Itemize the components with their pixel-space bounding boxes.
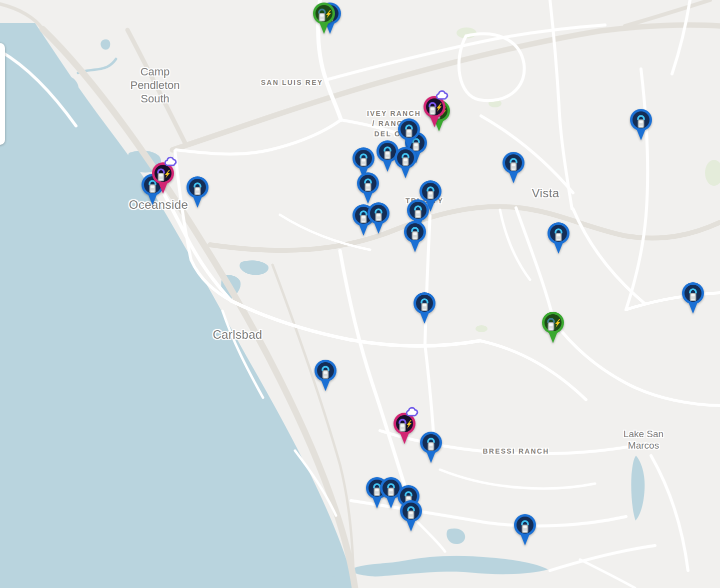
vehicle-pin-blue[interactable] xyxy=(403,220,427,255)
vehicle-pin-green-charging[interactable] xyxy=(312,2,336,37)
collapsed-side-panel[interactable] xyxy=(0,43,5,145)
vehicle-pin-blue[interactable] xyxy=(366,202,390,237)
map-canvas[interactable]: Camp Pendleton SouthSAN LUIS REYIVEY RAN… xyxy=(0,0,720,588)
vehicle-pin-pink-charging-cloud[interactable] xyxy=(422,95,446,130)
vehicle-pin-pink-charging-cloud[interactable] xyxy=(392,412,416,447)
vehicle-pin-green-charging[interactable] xyxy=(541,311,565,346)
vehicle-pin-blue[interactable] xyxy=(419,431,443,466)
vehicle-pin-blue[interactable] xyxy=(681,282,705,317)
vehicle-pin-blue[interactable] xyxy=(502,151,526,186)
map-markers-layer xyxy=(0,0,720,588)
vehicle-pin-blue[interactable] xyxy=(629,108,653,143)
vehicle-pin-blue[interactable] xyxy=(399,500,423,535)
vehicle-pin-blue[interactable] xyxy=(186,176,210,211)
vehicle-pin-pink-charging-cloud[interactable] xyxy=(151,162,175,197)
vehicle-pin-blue[interactable] xyxy=(394,146,418,181)
vehicle-pin-blue[interactable] xyxy=(314,359,338,394)
vehicle-pin-blue[interactable] xyxy=(546,222,570,257)
vehicle-pin-blue[interactable] xyxy=(513,514,537,549)
vehicle-pin-blue[interactable] xyxy=(412,292,436,327)
